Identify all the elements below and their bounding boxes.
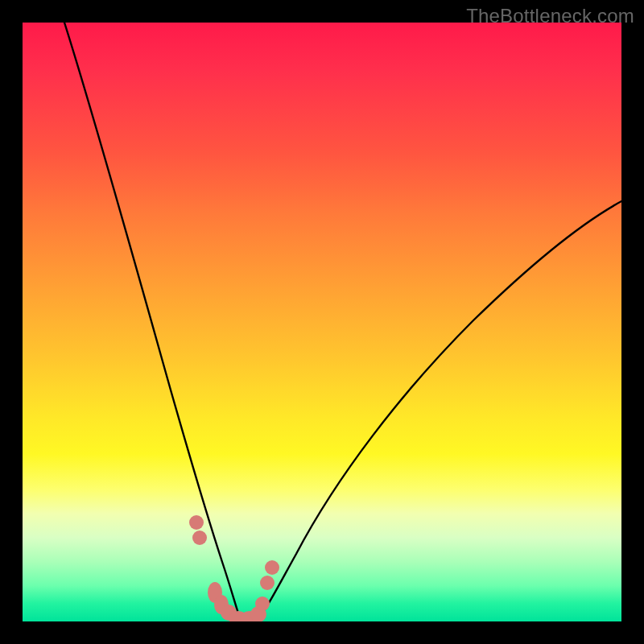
marker-dot <box>265 560 279 575</box>
marker-dot <box>192 530 207 545</box>
outer-frame: TheBottleneck.com <box>0 0 644 644</box>
marker-dot <box>260 576 275 590</box>
marker-dot <box>255 597 270 611</box>
marker-cluster <box>189 515 279 621</box>
marker-dot <box>189 515 204 530</box>
curve-right-branch <box>256 201 621 620</box>
curve-left-branch <box>64 23 240 618</box>
plot-area <box>23 23 621 621</box>
chart-svg <box>23 23 621 621</box>
